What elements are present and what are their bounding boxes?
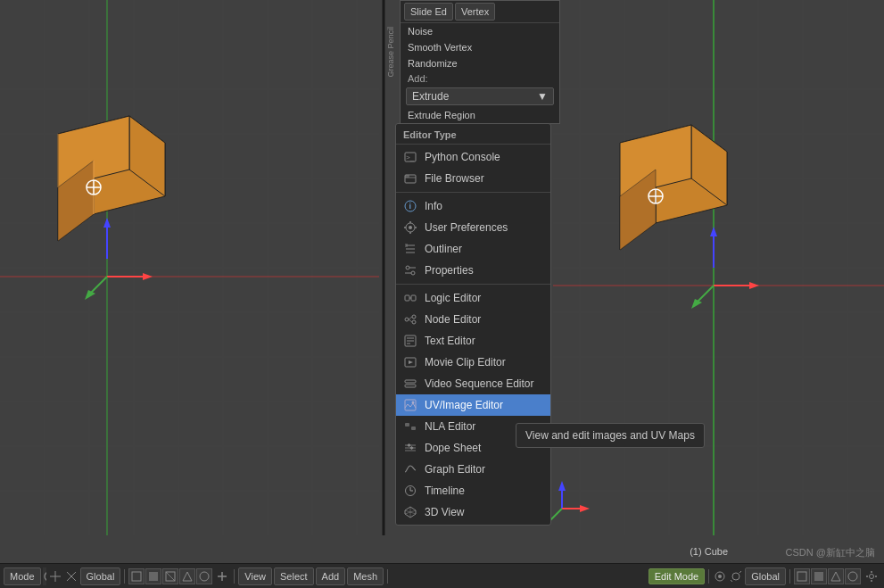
smooth-vertex-item[interactable]: Smooth Vertex <box>401 39 559 55</box>
slide-ed-btn[interactable]: Slide Ed <box>404 3 453 21</box>
edit-mode-btn[interactable]: Edit Mode <box>649 568 706 584</box>
grease-pencil-label: Grease Pencil <box>386 27 395 78</box>
add-label: Add: <box>401 71 559 86</box>
extrude-arrow: ▼ <box>537 90 548 103</box>
svg-text:i: i <box>409 202 412 211</box>
separator-1 <box>396 192 550 193</box>
vertex-btn[interactable]: Vertex <box>455 3 495 21</box>
svg-line-103 <box>409 317 412 319</box>
svg-marker-73 <box>558 481 566 491</box>
mesh-btn[interactable]: Mesh <box>347 567 384 585</box>
global2-btn[interactable]: Global <box>745 567 786 585</box>
3d-view-item[interactable]: 3D View <box>396 501 550 523</box>
view-btn-1[interactable] <box>128 568 145 584</box>
extrude-dropdown[interactable]: Extrude ▼ <box>406 87 554 105</box>
tooltip-text: View and edit images and UV Maps <box>525 429 695 442</box>
nla-editor-icon <box>403 419 417 434</box>
view-btn-5[interactable] <box>196 568 212 584</box>
file-browser-icon <box>403 171 417 186</box>
right-toolbar-section: Edit Mode Global <box>649 567 880 585</box>
sep-3 <box>387 569 388 584</box>
axis-icon <box>64 567 78 585</box>
svg-rect-98 <box>411 295 416 301</box>
file-browser-item[interactable]: File Browser <box>396 168 550 189</box>
randomize-item[interactable]: Randomize <box>401 55 559 71</box>
node-editor-item[interactable]: Node Editor <box>396 309 550 330</box>
svg-rect-111 <box>405 380 416 383</box>
video-sequence-editor-icon <box>403 377 417 391</box>
svg-marker-68 <box>749 282 759 289</box>
view-buttons <box>128 568 212 584</box>
svg-marker-53 <box>143 273 153 280</box>
graph-editor-icon <box>403 462 417 476</box>
svg-text:>_: >_ <box>406 153 415 161</box>
svg-point-102 <box>412 320 416 324</box>
uv-image-editor-item[interactable]: UV/Image Editor <box>396 394 550 416</box>
svg-rect-136 <box>149 572 158 581</box>
svg-marker-150 <box>831 572 840 581</box>
circle-icon <box>713 567 727 585</box>
3d-view-icon <box>403 505 417 519</box>
timeline-item[interactable]: Timeline <box>396 480 550 501</box>
global-btn[interactable]: Global <box>80 567 121 585</box>
mode-icon-1 <box>43 567 46 585</box>
svg-point-151 <box>848 572 857 581</box>
plus-icon <box>214 567 230 585</box>
settings-icon[interactable] <box>863 567 880 585</box>
svg-rect-80 <box>405 175 409 178</box>
svg-rect-97 <box>405 295 409 301</box>
svg-marker-51 <box>103 218 111 228</box>
outliner-item[interactable]: Outliner <box>396 238 550 260</box>
sep-5 <box>789 569 790 584</box>
3d-view-label: 3D View <box>425 506 464 518</box>
view-btn-4[interactable] <box>179 568 195 584</box>
uv-image-editor-icon <box>403 398 417 412</box>
svg-rect-112 <box>405 385 416 387</box>
svg-point-95 <box>411 271 415 275</box>
python-console-item[interactable]: >_ Python Console <box>396 146 550 168</box>
movie-clip-editor-icon <box>403 355 417 369</box>
user-preferences-item[interactable]: User Preferences <box>396 217 550 238</box>
view-btn-2[interactable] <box>145 568 161 584</box>
video-sequence-editor-item[interactable]: Video Sequence Editor <box>396 373 550 394</box>
logic-editor-item[interactable]: Logic Editor <box>396 287 550 309</box>
user-preferences-label: User Preferences <box>425 221 508 234</box>
svg-point-140 <box>200 572 209 581</box>
movie-clip-editor-item[interactable]: Movie Clip Editor <box>396 352 550 373</box>
render-buttons <box>794 568 861 584</box>
svg-line-146 <box>739 571 741 573</box>
render-btn-4[interactable] <box>845 568 861 584</box>
mode-btn[interactable]: Mode <box>4 567 41 585</box>
text-editor-label: Text Editor <box>425 335 475 347</box>
render-btn-2[interactable] <box>811 568 827 584</box>
view-label-btn[interactable]: View <box>238 567 272 585</box>
svg-point-129 <box>45 572 46 581</box>
extrude-region-item[interactable]: Extrude Region <box>401 107 559 123</box>
svg-point-114 <box>412 402 415 404</box>
svg-marker-110 <box>409 360 413 364</box>
logic-editor-icon <box>403 291 417 305</box>
node-editor-label: Node Editor <box>425 313 481 326</box>
info-icon: i <box>403 199 417 213</box>
render-btn-3[interactable] <box>828 568 844 584</box>
add-btn[interactable]: Add <box>316 567 346 585</box>
svg-line-104 <box>409 319 412 322</box>
svg-rect-116 <box>411 427 416 430</box>
text-editor-item[interactable]: Text Editor <box>396 330 550 352</box>
separator-2 <box>396 284 550 285</box>
render-btn-1[interactable] <box>794 568 810 584</box>
svg-line-147 <box>731 580 732 582</box>
info-item[interactable]: i Info <box>396 195 550 217</box>
select-btn[interactable]: Select <box>274 567 314 585</box>
graph-editor-item[interactable]: Graph Editor <box>396 459 550 480</box>
svg-marker-70 <box>691 299 702 309</box>
sep-1 <box>124 569 125 584</box>
noise-item[interactable]: Noise <box>401 23 559 39</box>
view-btn-3[interactable] <box>162 568 178 584</box>
properties-item[interactable]: Properties <box>396 260 550 281</box>
outliner-icon <box>403 242 417 256</box>
svg-rect-92 <box>405 244 408 247</box>
svg-rect-115 <box>405 423 409 427</box>
svg-line-138 <box>166 572 175 581</box>
dope-sheet-label: Dope Sheet <box>425 442 481 454</box>
